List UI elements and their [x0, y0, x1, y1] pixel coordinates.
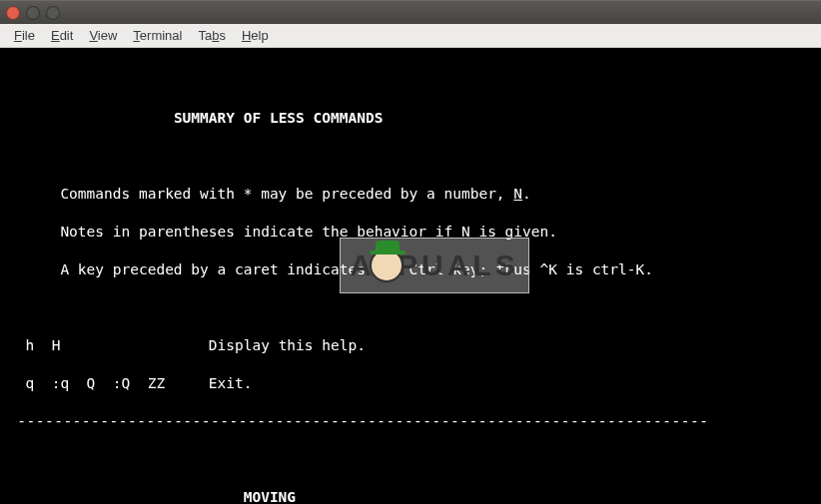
- menu-terminal[interactable]: Terminal: [125, 28, 190, 43]
- terminal-viewport[interactable]: SUMMARY OF LESS COMMANDS Commands marked…: [0, 48, 821, 504]
- menu-tabs[interactable]: Tabs: [190, 28, 233, 43]
- menu-tabs-label: Tabs: [198, 28, 225, 43]
- menu-file-label: File: [14, 28, 35, 43]
- blank-line: [8, 450, 813, 469]
- blank-line: [8, 147, 813, 166]
- help-row: h H Display this help.: [8, 336, 813, 355]
- menu-help[interactable]: Help: [234, 28, 277, 43]
- window-close-button[interactable]: [6, 6, 20, 20]
- menu-edit-label: Edit: [51, 28, 73, 43]
- window-minimize-button[interactable]: [26, 6, 40, 20]
- menu-edit[interactable]: Edit: [43, 28, 81, 43]
- separator-line: ----------------------------------------…: [8, 412, 813, 431]
- help-row: q :q Q :Q ZZ Exit.: [8, 374, 813, 393]
- intro-line-3: A key preceded by a caret indicates the …: [8, 260, 813, 279]
- intro-line-2: Notes in parentheses indicate the behavi…: [8, 223, 813, 242]
- window-titlebar: [0, 0, 821, 24]
- menubar: File Edit View Terminal Tabs Help: [0, 24, 821, 48]
- summary-title: SUMMARY OF LESS COMMANDS: [8, 109, 813, 128]
- menu-help-label: Help: [242, 28, 269, 43]
- moving-title: MOVING: [8, 488, 813, 504]
- menu-view[interactable]: View: [81, 28, 125, 43]
- menu-file[interactable]: File: [6, 28, 43, 43]
- intro-line-1: Commands marked with * may be preceded b…: [8, 185, 813, 204]
- window-maximize-button[interactable]: [46, 6, 60, 20]
- menu-terminal-label: Terminal: [133, 28, 182, 43]
- menu-view-label: View: [89, 28, 117, 43]
- blank-line: [8, 298, 813, 317]
- blank-line: [8, 71, 813, 90]
